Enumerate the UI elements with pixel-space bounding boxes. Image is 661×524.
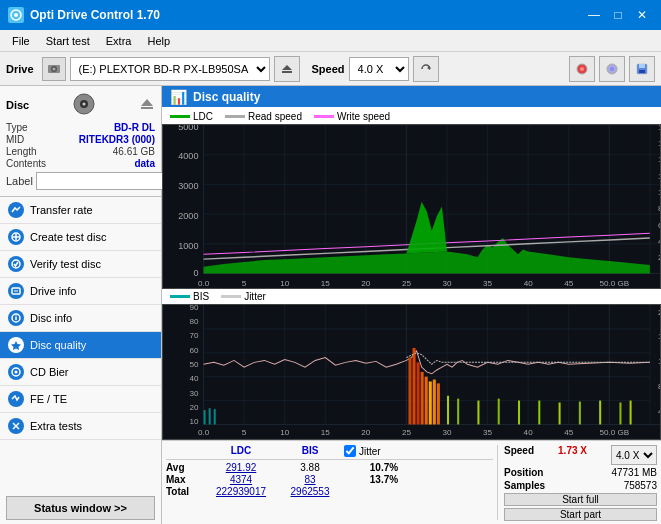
jitter-label: Jitter [359,446,381,457]
position-label: Position [504,467,543,478]
nav-label-create-test-disc: Create test disc [30,231,106,243]
total-bis[interactable]: 2962553 [280,486,340,497]
nav-fe-te[interactable]: FE / TE [0,386,161,413]
svg-text:5000: 5000 [178,125,198,132]
svg-text:50: 50 [189,361,199,370]
disc-label-label: Label [6,175,33,187]
settings-button[interactable] [599,56,625,82]
legend-ldc: LDC [170,111,213,122]
max-jitter: 13.7% [344,474,424,485]
nav-icon-create-test-disc [8,229,24,245]
svg-text:16%: 16% [658,333,660,342]
svg-rect-128 [421,372,424,425]
svg-rect-140 [579,402,581,425]
max-ldc[interactable]: 4374 [206,474,276,485]
svg-text:0.0: 0.0 [198,279,210,288]
nav-label-drive-info: Drive info [30,285,76,297]
disc-label-input[interactable] [36,172,169,190]
menu-file[interactable]: File [4,33,38,49]
menu-extra[interactable]: Extra [98,33,140,49]
nav-icon-transfer-rate [8,202,24,218]
nav-label-fe-te: FE / TE [30,393,67,405]
svg-text:8%: 8% [658,383,660,392]
chart-title-icon: 📊 [170,89,187,105]
nav-transfer-rate[interactable]: Transfer rate [0,197,161,224]
minimize-button[interactable]: — [583,4,605,26]
nav-verify-test-disc[interactable]: Verify test disc [0,251,161,278]
svg-marker-18 [141,99,153,106]
total-ldc[interactable]: 222939017 [206,486,276,497]
svg-rect-141 [599,401,601,425]
svg-text:4X: 4X [658,237,660,246]
sidebar: Disc Type BD-R DL MID RITEKDR3 (000) Len… [0,86,162,524]
menu-help[interactable]: Help [139,33,178,49]
svg-rect-129 [425,377,428,425]
burn-button[interactable] [569,56,595,82]
disc-mid-value: RITEKDR3 (000) [79,134,155,145]
start-part-button[interactable]: Start part [504,508,657,521]
svg-text:4000: 4000 [178,152,198,162]
svg-text:5: 5 [242,279,247,288]
save-button[interactable] [629,56,655,82]
nav-label-disc-quality: Disc quality [30,339,86,351]
disc-eject-icon[interactable] [139,96,155,114]
nav-icon-fe-te [8,391,24,407]
legend-bis: BIS [170,291,209,302]
stats-ldc-header: LDC [206,445,276,457]
svg-rect-143 [630,401,632,425]
refresh-button[interactable] [413,56,439,82]
svg-text:40: 40 [524,279,534,288]
svg-point-28 [15,315,16,316]
nav-create-test-disc[interactable]: Create test disc [0,224,161,251]
start-full-button[interactable]: Start full [504,493,657,506]
svg-rect-139 [559,403,561,425]
nav-drive-info[interactable]: Drive info [0,278,161,305]
legend-bis-label: BIS [193,291,209,302]
svg-rect-124 [214,409,216,424]
maximize-button[interactable]: □ [607,4,629,26]
stats-empty [166,445,202,457]
svg-text:2000: 2000 [178,211,198,221]
speed-select[interactable]: 4.0 X [349,57,409,81]
nav-cd-bier[interactable]: CD Bier [0,359,161,386]
nav-extra-tests[interactable]: Extra tests [0,413,161,440]
svg-rect-14 [639,70,645,73]
drive-select[interactable]: (E:) PLEXTOR BD-R PX-LB950SA 1.06 [70,57,270,81]
speed-stat-select[interactable]: 4.0 X [611,445,657,465]
nav-label-extra-tests: Extra tests [30,420,82,432]
svg-text:25: 25 [402,279,412,288]
nav-menu: Transfer rate Create test disc Verify te… [0,197,161,440]
svg-text:10X: 10X [658,188,660,197]
svg-text:70: 70 [189,332,199,341]
legend-write-speed-label: Write speed [337,111,390,122]
nav-icon-disc-quality [8,337,24,353]
nav-icon-extra-tests [8,418,24,434]
close-button[interactable]: ✕ [631,4,653,26]
nav-icon-verify-test-disc [8,256,24,272]
nav-disc-quality[interactable]: Disc quality [0,332,161,359]
svg-rect-133 [447,396,449,425]
svg-rect-142 [619,403,621,425]
nav-disc-info[interactable]: Disc info [0,305,161,332]
svg-text:20: 20 [361,428,371,437]
status-window-button[interactable]: Status window >> [6,496,155,520]
svg-text:35: 35 [483,428,493,437]
disc-title: Disc [6,99,29,111]
jitter-checkbox[interactable] [344,445,356,457]
menu-start-test[interactable]: Start test [38,33,98,49]
eject-button[interactable] [274,56,300,82]
svg-point-17 [83,103,86,106]
chart-title-bar: 📊 Disc quality [162,86,661,107]
max-bis[interactable]: 83 [280,474,340,485]
nav-icon-disc-info [8,310,24,326]
app-icon [8,7,24,23]
svg-marker-5 [282,65,292,70]
disc-panel: Disc Type BD-R DL MID RITEKDR3 (000) Len… [0,86,161,197]
chart-top-svg: 5000 4000 3000 2000 1000 0 18X 16X 14X 1… [163,125,660,288]
legend-jitter: Jitter [221,291,266,302]
nav-label-verify-test-disc: Verify test disc [30,258,101,270]
legend-ldc-label: LDC [193,111,213,122]
avg-ldc[interactable]: 291.92 [206,462,276,473]
svg-text:4%: 4% [658,407,660,416]
drive-icon [42,57,66,81]
